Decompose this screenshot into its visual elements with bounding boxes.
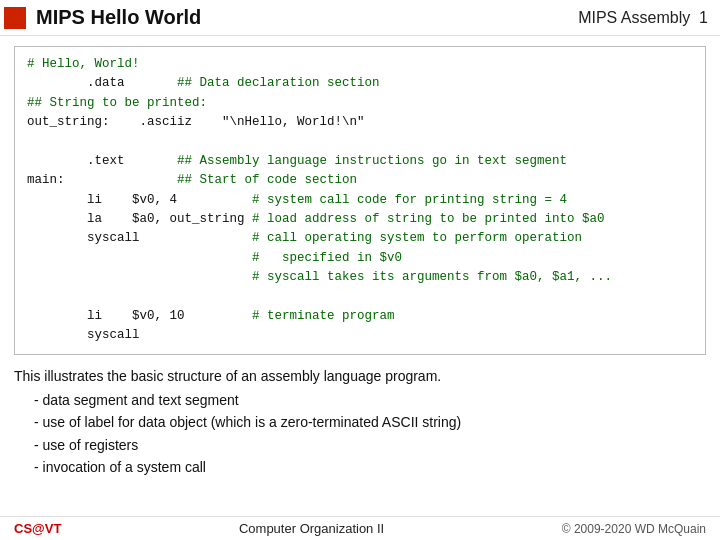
code-line-3: ## String to be printed: [27,94,693,113]
code-line-5 [27,133,693,152]
footer: CS@VT Computer Organization II © 2009-20… [0,516,720,540]
desc-item-4: invocation of a system call [34,456,706,478]
code-line-9: la $a0, out_string # load address of str… [27,210,693,229]
code-line-2: .data ## Data declaration section [27,74,693,93]
code-line-13 [27,288,693,307]
header: MIPS Hello World MIPS Assembly 1 [0,0,720,36]
code-line-7: main: ## Start of code section [27,171,693,190]
description-list: data segment and text segment use of lab… [34,389,706,479]
code-line-8: li $v0, 4 # system call code for printin… [27,191,693,210]
footer-center: Computer Organization II [239,521,384,536]
desc-item-3: use of registers [34,434,706,456]
header-subtitle: MIPS Assembly 1 [578,9,708,27]
description-section: This illustrates the basic structure of … [14,365,706,479]
header-accent-box [4,7,26,29]
footer-left: CS@VT [14,521,61,536]
page-title: MIPS Hello World [36,6,578,29]
desc-item-1: data segment and text segment [34,389,706,411]
code-line-4: out_string: .asciiz "\nHello, World!\n" [27,113,693,132]
code-line-14: li $v0, 10 # terminate program [27,307,693,326]
code-block: # Hello, World! .data ## Data declaratio… [14,46,706,355]
code-line-10: syscall # call operating system to perfo… [27,229,693,248]
code-line-1: # Hello, World! [27,55,693,74]
description-intro: This illustrates the basic structure of … [14,365,706,387]
code-line-11: # specified in $v0 [27,249,693,268]
code-line-12: # syscall takes its arguments from $a0, … [27,268,693,287]
desc-item-2: use of label for data object (which is a… [34,411,706,433]
code-line-6: .text ## Assembly language instructions … [27,152,693,171]
footer-right: © 2009-2020 WD McQuain [562,522,706,536]
code-line-15: syscall [27,326,693,345]
